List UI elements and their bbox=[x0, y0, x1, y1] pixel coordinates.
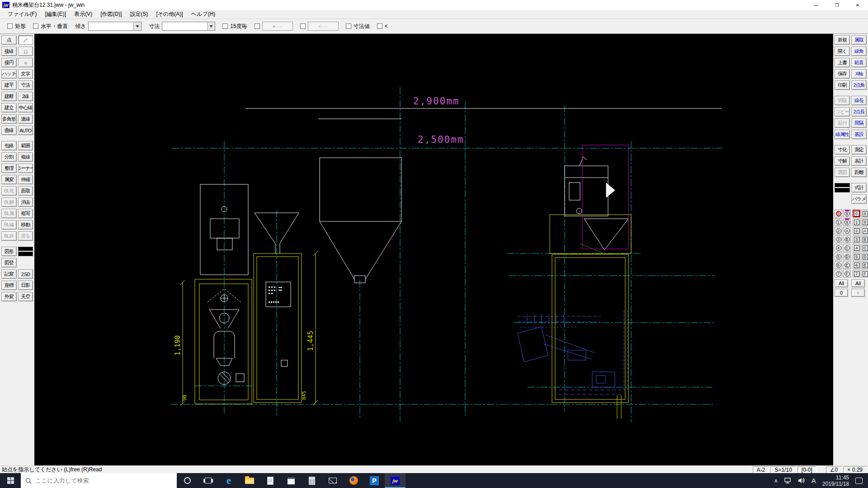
menu-file[interactable]: ファイル(F) bbox=[4, 10, 41, 18]
layer-0[interactable]: 0 bbox=[853, 210, 860, 217]
tool-button-2点長[interactable]: 2点長 bbox=[851, 107, 867, 117]
menu-view[interactable]: 表示(V) bbox=[70, 10, 96, 18]
tool-button-線角[interactable]: 線角 bbox=[851, 47, 867, 56]
drawing-canvas[interactable]: 2,900mm 2,500mm 1,190 1,445 90 845 bbox=[34, 34, 833, 465]
tool-button-文字[interactable]: 文字 bbox=[18, 69, 33, 79]
checkbox-dimension-value[interactable]: 寸法値 bbox=[346, 23, 370, 30]
scale-button[interactable]: S=1/10 bbox=[770, 466, 796, 473]
tool-button-2.5D[interactable]: 2.5D bbox=[18, 269, 33, 279]
tool-button-新規[interactable]: 新規 bbox=[835, 35, 850, 45]
checkbox-icon[interactable] bbox=[377, 23, 382, 29]
layer-group-E[interactable]: E bbox=[843, 261, 851, 269]
tool-button-式計[interactable]: 式計 bbox=[851, 183, 867, 192]
layer-protect-button[interactable]: × bbox=[851, 289, 865, 297]
p-app-button[interactable]: P bbox=[364, 473, 385, 488]
layer-group-6[interactable]: 6 bbox=[835, 261, 842, 269]
layer-group-0[interactable]: 0 bbox=[835, 210, 842, 217]
action-center-icon[interactable] bbox=[855, 478, 863, 484]
calendar-button[interactable] bbox=[281, 473, 302, 488]
checkbox-arrow-style[interactable] bbox=[300, 23, 306, 29]
tool-button-建平[interactable]: 建平 bbox=[1, 80, 17, 90]
tool-button-パラメ[interactable]: パラメ bbox=[851, 194, 867, 204]
layer-F[interactable]: F bbox=[861, 270, 868, 277]
notepad-button[interactable] bbox=[260, 473, 281, 488]
layer-group-4[interactable]: 4 bbox=[835, 244, 842, 252]
tool-button-包絡[interactable]: 包絡 bbox=[1, 141, 17, 150]
firefox-button[interactable] bbox=[343, 473, 364, 488]
linetype-preview[interactable] bbox=[835, 183, 850, 192]
tool-button-属取[interactable]: 属取 bbox=[851, 35, 867, 45]
layer-6[interactable]: 6 bbox=[853, 261, 860, 269]
tray-chevron-icon[interactable]: ∧ bbox=[774, 478, 778, 484]
ime-mode-indicator[interactable]: A bbox=[811, 477, 816, 484]
close-button[interactable]: ✕ bbox=[847, 0, 868, 10]
tool-button-複写[interactable]: 複写 bbox=[18, 209, 33, 218]
tool-button-消去[interactable]: 消去 bbox=[18, 197, 33, 207]
layer-group-all-button[interactable]: All bbox=[835, 279, 848, 287]
layer-group-9[interactable]: 9 bbox=[843, 218, 851, 226]
jw-cad-taskbar-button[interactable]: jw bbox=[385, 473, 406, 488]
angle-indicator[interactable]: ∠0 bbox=[826, 466, 842, 473]
tool-button-点[interactable]: 点 bbox=[1, 35, 17, 45]
tool-button-□[interactable]: □ bbox=[18, 47, 33, 56]
tool-button-線長[interactable]: 線長 bbox=[851, 96, 867, 105]
tool-button-範囲[interactable]: 範囲 bbox=[18, 141, 33, 150]
tool-button-2点角[interactable]: 2点角 bbox=[851, 80, 867, 90]
menu-other[interactable]: [その他(A)] bbox=[152, 10, 187, 18]
layer-5[interactable]: 5 bbox=[853, 253, 860, 260]
tool-button-コーナー[interactable]: コーナー bbox=[18, 164, 33, 173]
checkbox-rectangle[interactable]: 矩形 bbox=[7, 23, 26, 30]
line-endpoint-style-button[interactable]: ●--- bbox=[262, 22, 293, 31]
layer-2[interactable]: 2 bbox=[853, 227, 860, 235]
paper-size-button[interactable]: A-2 bbox=[753, 466, 769, 473]
tool-button-移動[interactable]: 移動 bbox=[18, 220, 33, 230]
tool-button-面取[interactable]: 面取 bbox=[18, 186, 33, 196]
tool-button-基設[interactable]: 基設 bbox=[851, 130, 867, 139]
layer-E[interactable]: E bbox=[861, 261, 868, 269]
dimension-combo[interactable] bbox=[162, 22, 215, 31]
layer-3[interactable]: 3 bbox=[853, 235, 860, 243]
tool-button-2線[interactable]: 2線 bbox=[18, 92, 33, 101]
tool-button-寸化[interactable]: 寸化 bbox=[835, 145, 850, 155]
tool-button-寸解[interactable]: 寸解 bbox=[835, 156, 850, 166]
network-icon[interactable] bbox=[784, 478, 792, 483]
tool-button-接線[interactable]: 接線 bbox=[1, 47, 17, 56]
tool-button-日影[interactable]: 日影 bbox=[18, 281, 33, 290]
layer-group-F[interactable]: F bbox=[843, 270, 851, 277]
layer-A[interactable]: A bbox=[861, 227, 868, 235]
layer-group-1[interactable]: 1 bbox=[835, 218, 842, 226]
tool-button-整理[interactable]: 整理 bbox=[1, 164, 17, 173]
checkbox-icon[interactable] bbox=[7, 23, 13, 29]
tool-button-印刷[interactable]: 印刷 bbox=[835, 80, 850, 90]
speaker-icon[interactable] bbox=[798, 478, 805, 483]
tool-button-複線[interactable]: 複線 bbox=[18, 152, 33, 162]
tool-button-伸縮[interactable]: 伸縮 bbox=[18, 175, 33, 184]
tool-button-連線[interactable]: 連線 bbox=[18, 114, 33, 124]
tool-button-間隔[interactable]: 間隔 bbox=[851, 118, 867, 128]
menu-draw[interactable]: [作図(D)] bbox=[96, 10, 126, 18]
tool-button-座標[interactable]: 座標 bbox=[1, 281, 17, 290]
layer-group-C[interactable]: C bbox=[843, 244, 851, 252]
slope-combo[interactable] bbox=[88, 22, 142, 31]
maximize-button[interactable]: ❐ bbox=[826, 0, 847, 10]
arrow-style-button[interactable]: <--- bbox=[308, 22, 339, 31]
layer-4[interactable]: 4 bbox=[853, 244, 860, 252]
tool-button-建断[interactable]: 建断 bbox=[1, 92, 17, 101]
menu-settings[interactable]: 設定(S) bbox=[126, 10, 152, 18]
menu-edit[interactable]: [編集(E)] bbox=[41, 10, 70, 18]
tool-button-／[interactable]: ／ bbox=[18, 35, 33, 45]
current-layer-group-button[interactable]: 0 bbox=[835, 289, 848, 297]
checkbox-less-than[interactable]: < bbox=[377, 23, 388, 29]
layer-C[interactable]: C bbox=[861, 244, 868, 252]
checkbox-line-endpoint[interactable] bbox=[255, 23, 260, 29]
checkbox-horizontal-vertical[interactable]: 水平・垂直 bbox=[33, 23, 68, 30]
taskbar-search[interactable] bbox=[21, 473, 177, 488]
layer-group-D[interactable]: D bbox=[843, 253, 851, 260]
tool-button-分割[interactable]: 分割 bbox=[1, 152, 17, 162]
tool-button-記変[interactable]: 記変 bbox=[1, 269, 17, 279]
start-button[interactable] bbox=[0, 473, 21, 488]
file-explorer-button[interactable] bbox=[239, 473, 260, 488]
tool-button-中心線[interactable]: 中心線 bbox=[18, 103, 33, 113]
tool-button-寸法[interactable]: 寸法 bbox=[18, 80, 33, 90]
tool-button-線属性[interactable]: 線属性 bbox=[835, 130, 850, 139]
